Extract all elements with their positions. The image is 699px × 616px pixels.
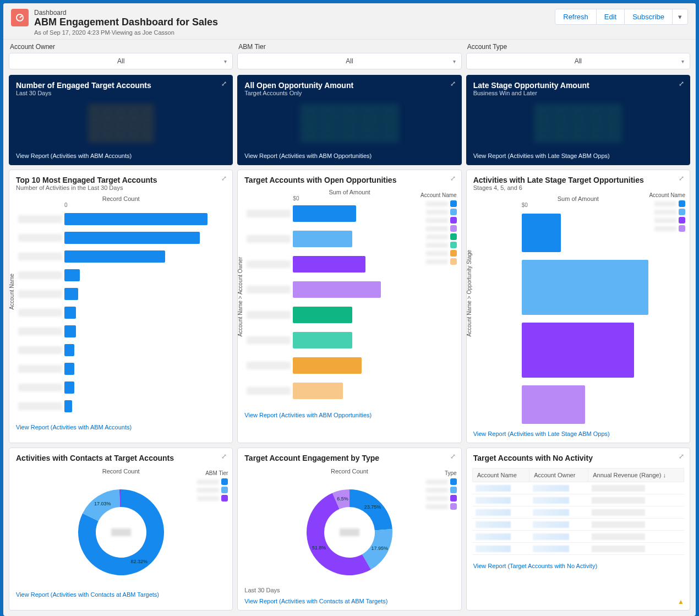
table-row[interactable] (472, 482, 684, 494)
expand-icon[interactable]: ⤢ (450, 80, 456, 88)
bar-row (64, 211, 227, 227)
chart-legend: ABM Tier (197, 470, 228, 503)
metric-card-late-stage: ⤢ Late Stage Opportunity Amount Business… (466, 75, 690, 165)
card-subtitle: Last 30 Days (16, 90, 226, 96)
expand-icon[interactable]: ⤢ (679, 80, 684, 88)
axis-label-left: Account Name (9, 273, 15, 309)
bar-row (64, 268, 227, 283)
bar-row (293, 306, 417, 324)
card-title: Target Accounts with Open Opportunities (244, 176, 454, 184)
table-row[interactable] (472, 506, 684, 519)
account-type-filter[interactable]: All▾ (466, 53, 690, 69)
card-title: Target Accounts with No Activity (473, 454, 683, 462)
bar-row (64, 342, 227, 358)
view-report-link[interactable]: View Report (Activities with ABM Account… (9, 419, 232, 436)
svg-rect-3 (111, 528, 131, 536)
metric-card-open-opportunity: ⤢ All Open Opportunity Amount Target Acc… (237, 75, 461, 165)
donut-chart: 82.32%17.03% (69, 480, 173, 585)
bar-row (522, 323, 634, 378)
bar-row (522, 260, 648, 315)
filter-bar: Account Owner All▾ ABM Tier All▾ Account… (3, 40, 696, 75)
dashboard-icon (11, 9, 29, 26)
chart-engagement-by-type: ⤢ Target Account Engagement by Type Reco… (237, 448, 461, 610)
bar-row (293, 357, 417, 374)
bar-row (64, 286, 227, 302)
card-subtitle: Business Win and Later (473, 90, 683, 96)
card-subtitle: Number of Activities in the Last 30 Days (16, 184, 226, 191)
svg-text:17.95%: 17.95% (372, 546, 389, 551)
data-table: Account Name Account Owner Annual Revenu… (472, 468, 684, 555)
view-report-link[interactable]: View Report (Activities with Late Stage … (467, 426, 690, 443)
svg-text:23.75%: 23.75% (364, 504, 381, 510)
refresh-button[interactable]: Refresh (555, 9, 597, 25)
card-title: Activities with Contacts at Target Accou… (16, 454, 226, 462)
view-report-link[interactable]: View Report (Activities with Late Stage … (467, 148, 690, 165)
chevron-down-icon: ▾ (453, 58, 456, 64)
card-subtitle: Target Accounts Only (244, 90, 454, 96)
chart-legend: Account Name (649, 192, 685, 233)
filter-label: ABM Tier (237, 40, 461, 53)
expand-icon[interactable]: ⤢ (450, 175, 456, 182)
view-report-link[interactable]: View Report (Activities with ABM Opportu… (238, 148, 461, 165)
chart-open-opportunities: ⤢ Target Accounts with Open Opportunitie… (237, 170, 461, 443)
column-header[interactable]: Account Owner (529, 468, 588, 482)
edit-button[interactable]: Edit (596, 9, 625, 25)
metric-card-engaged-accounts: ⤢ Number of Engaged Target Accounts Last… (9, 75, 233, 165)
dashboard-header: Dashboard ABM Engagement Dashboard for S… (3, 3, 696, 40)
column-header[interactable]: Annual Revenue (Range) ↓ (588, 468, 684, 482)
expand-icon[interactable]: ⤢ (679, 175, 684, 182)
svg-text:82.32%: 82.32% (130, 559, 148, 564)
expand-icon[interactable]: ⤢ (679, 453, 684, 460)
axis-label-left: Account Name > Opportunity Stage (466, 250, 472, 337)
chart-legend: Account Name (421, 192, 457, 266)
expand-icon[interactable]: ⤢ (221, 175, 227, 182)
view-report-link[interactable]: View Report (Activities with Contacts at… (238, 593, 461, 610)
table-row[interactable] (472, 519, 684, 531)
card-title: Late Stage Opportunity Amount (473, 81, 683, 90)
view-report-link[interactable]: View Report (Activities with Contacts at… (9, 587, 232, 603)
bar-row (293, 281, 417, 298)
axis-label-left: Account Name > Account Owner (237, 257, 243, 337)
bar-row (64, 230, 227, 246)
bar-row (522, 214, 561, 252)
more-menu-button[interactable]: ▾ (672, 9, 688, 25)
bar-row (64, 399, 227, 414)
axis-tick: 0 (15, 202, 227, 208)
bar-row (293, 230, 417, 248)
table-row[interactable] (472, 494, 684, 506)
table-row[interactable] (472, 543, 684, 555)
expand-icon[interactable]: ⤢ (450, 453, 456, 460)
bar-row (64, 380, 227, 395)
chevron-down-icon: ▾ (681, 58, 684, 64)
expand-icon[interactable]: ⤢ (221, 453, 227, 460)
subscribe-button[interactable]: Subscribe (624, 9, 673, 25)
svg-text:51.8%: 51.8% (312, 545, 326, 550)
bar-row (293, 255, 417, 273)
card-title: All Open Opportunity Amount (244, 81, 454, 90)
bar-row (64, 305, 227, 320)
chevron-down-icon: ▾ (224, 58, 227, 64)
filter-label: Account Owner (9, 40, 233, 53)
bar-row (522, 385, 585, 424)
breadcrumb: Dashboard (34, 9, 218, 17)
card-title: Activities with Late Stage Target Opport… (473, 176, 683, 184)
account-owner-filter[interactable]: All▾ (9, 53, 233, 69)
table-no-activity: ⤢ Target Accounts with No Activity Accou… (466, 448, 690, 610)
card-subtitle: Stages 4, 5, and 6 (473, 184, 683, 191)
view-report-link[interactable]: View Report (Activities with ABM Opportu… (238, 407, 461, 424)
table-row[interactable] (472, 531, 684, 543)
column-header[interactable]: Account Name (472, 468, 529, 482)
abm-tier-filter[interactable]: All▾ (237, 53, 461, 69)
bar-row (293, 331, 417, 349)
bar-row (64, 249, 227, 264)
bar-row (64, 361, 227, 377)
view-report-link[interactable]: View Report (Target Accounts with No Act… (467, 558, 690, 575)
expand-icon[interactable]: ⤢ (221, 80, 227, 88)
view-report-link[interactable]: View Report (Activities with ABM Account… (9, 148, 232, 165)
card-title: Top 10 Most Engaged Target Accounts (16, 176, 226, 184)
card-title: Number of Engaged Target Accounts (16, 81, 226, 90)
card-footer-sub: Last 30 Days (238, 587, 461, 593)
chart-top10-accounts: ⤢ Top 10 Most Engaged Target Accounts Nu… (9, 170, 233, 443)
chart-late-stage-opportunities: ⤢ Activities with Late Stage Target Oppo… (466, 170, 690, 443)
page-meta: As of Sep 17, 2020 4:23 PM·Viewing as Jo… (34, 29, 218, 36)
